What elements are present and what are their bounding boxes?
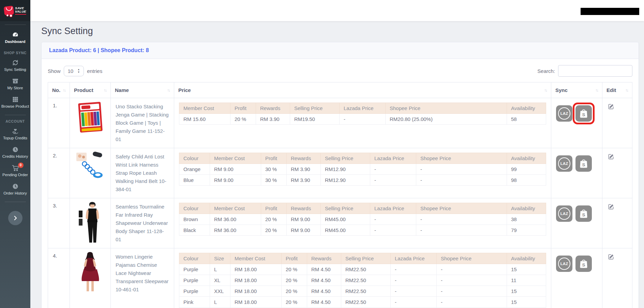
price-column-rewards: Rewards [307, 253, 341, 264]
column-label: Sync [555, 87, 568, 93]
redacted-text-bar [581, 8, 639, 15]
column-header-sync[interactable]: Sync↑↓ [551, 82, 602, 98]
edit-button[interactable] [607, 153, 615, 161]
price-row: PurpleXXLRM 18.0020 %RM 4.50RM22.50--15 [179, 286, 546, 297]
price-cell: RM22.50 [341, 286, 391, 297]
search-input[interactable] [558, 65, 632, 77]
price-cell: 30 % [261, 175, 287, 186]
shopee-bag-icon: S [579, 259, 588, 268]
sidebar-item-browse-product[interactable]: Browse Product [0, 93, 30, 111]
row-number: 3. [48, 198, 70, 248]
price-cell: - [391, 275, 437, 286]
price-cell: RM 18.00 [230, 297, 282, 308]
brand-logo[interactable]: SAVE VALUE [0, 0, 30, 21]
product-row: 1. Uno Stacko Stacking Jenga Game | Stac… [48, 98, 632, 148]
row-number: 1. [48, 98, 70, 148]
price-column-availability: Availability [507, 203, 546, 214]
search-label: Search: [537, 68, 555, 74]
price-cell: - [437, 264, 507, 275]
shopee-sync-button[interactable]: S [575, 256, 592, 272]
shopee-bag-icon: S [579, 209, 588, 218]
product-image [73, 251, 107, 293]
shopee-sync-button[interactable]: S [575, 105, 592, 122]
sidebar-item-credits-history[interactable]: Credits History [0, 143, 30, 161]
column-header-no-[interactable]: No.↑↓ [48, 82, 70, 98]
page-size-select[interactable]: 10 ▲▼ [64, 66, 84, 76]
price-row: BlueRM 9.0030 %RM 3.90RM12.90--98 [179, 175, 546, 186]
sort-icon: ↑↓ [167, 88, 170, 92]
price-cell: RM 18.00 [230, 286, 282, 297]
sort-icon: ↑↓ [63, 88, 66, 92]
price-column-member-cost: Member Cost [179, 103, 230, 114]
price-cell: Purple [179, 264, 210, 275]
page-size-value: 10 [68, 68, 74, 74]
price-column-selling-price: Selling Price [341, 253, 391, 264]
page-title: Sync Setting [41, 26, 639, 36]
price-cell: L [210, 264, 230, 275]
red-highlight-annotation: S [573, 103, 595, 124]
price-column-member-cost: Member Cost [230, 253, 282, 264]
sidebar-item-label: Dashboard [1, 40, 29, 44]
chevron-right-icon [12, 215, 18, 221]
price-column-shopee-price: Shopee Price [386, 103, 507, 114]
products-table: No.↑↓Product↑↓Name↑↓Price↑↓Sync↑↓Edit↑↓ … [48, 82, 632, 308]
price-cell: XXL [210, 286, 230, 297]
price-cell: 20 % [261, 214, 287, 225]
edit-button[interactable] [607, 203, 615, 212]
column-header-edit[interactable]: Edit↑↓ [602, 82, 632, 98]
sidebar-divider [5, 115, 26, 115]
sort-icon: ↑↓ [596, 88, 598, 92]
lazada-icon: LAZ [558, 258, 570, 270]
price-cell: - [416, 225, 507, 236]
price-column-availability: Availability [507, 253, 546, 264]
column-header-price[interactable]: Price↑↓ [174, 82, 551, 98]
price-cell: RM 9.00 [210, 175, 261, 186]
clock-icon [12, 183, 19, 190]
shopee-bag-icon: S [579, 159, 588, 168]
column-label: Edit [606, 87, 616, 93]
lazada-sync-button[interactable]: LAZ [556, 256, 572, 272]
shopee-sync-button[interactable]: S [575, 155, 592, 172]
sidebar-item-my-store[interactable]: My Store [0, 75, 30, 93]
sidebar-item-dashboard[interactable]: Dashboard [0, 28, 30, 47]
price-detail-table: Member CostProfitRewardsSelling PriceLaz… [179, 103, 546, 125]
price-cell: RM 9.00 [287, 214, 321, 225]
price-row: RM 15.6020 %RM 3.90RM19.50-RM20.80 (25.0… [179, 114, 546, 125]
column-header-name[interactable]: Name↑↓ [111, 82, 174, 98]
pending-order-badge: 0 [18, 163, 24, 168]
edit-button[interactable] [607, 103, 615, 111]
price-column-lazada-price: Lazada Price [370, 203, 416, 214]
sidebar-item-sync-setting[interactable]: Sync Setting [0, 56, 30, 75]
price-cell: 15 [507, 264, 546, 275]
price-cell: 11 [507, 275, 546, 286]
price-column-member-cost: Member Cost [210, 153, 261, 164]
lazada-sync-button[interactable]: LAZ [556, 155, 572, 172]
shopee-button-wrap: S [573, 153, 595, 174]
price-cell: RM19.50 [290, 114, 340, 125]
price-detail-table: ColourMember CostProfitRewardsSelling Pr… [179, 203, 546, 236]
sidebar-item-topup-credits[interactable]: Topup Credits [0, 125, 30, 143]
topbar [30, 0, 644, 21]
lazada-sync-button[interactable]: LAZ [556, 105, 572, 122]
show-label: Show [48, 68, 61, 74]
price-cell: - [370, 164, 416, 175]
lazada-sync-button[interactable]: LAZ [556, 205, 572, 222]
price-cell: 30 % [261, 164, 287, 175]
price-cell: Blue [179, 175, 210, 186]
price-cell: - [391, 264, 437, 275]
edit-button[interactable] [607, 253, 615, 262]
price-row: PurpleXLRM 18.0020 %RM 4.50RM22.50--11 [179, 275, 546, 286]
sidebar-item-pending-order[interactable]: 0 Pending Order [0, 161, 30, 180]
shopee-sync-button[interactable]: S [575, 205, 592, 222]
sidebar-item-order-history[interactable]: Order History [0, 180, 30, 198]
price-column-size: Size [210, 253, 230, 264]
sidebar-expand-button[interactable] [8, 211, 23, 225]
column-label: Product [74, 87, 93, 93]
sidebar-divider [5, 202, 26, 202]
price-column-selling-price: Selling Price [321, 153, 370, 164]
price-cell: 15 [507, 286, 546, 297]
sidebar-item-label: Sync Setting [1, 67, 29, 72]
column-header-product[interactable]: Product↑↓ [70, 82, 111, 98]
logo-swoosh [15, 14, 26, 15]
price-cell: RM 18.00 [230, 275, 282, 286]
